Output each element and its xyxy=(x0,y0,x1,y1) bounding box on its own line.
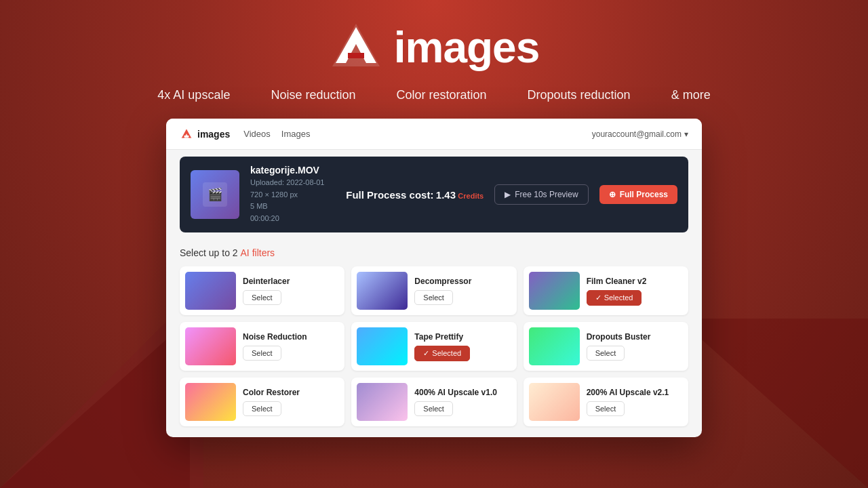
filter-card: Color RestorerSelect xyxy=(180,378,344,426)
filter-content: Tape Prettify✓ Selected xyxy=(414,332,511,361)
file-thumbnail: 🎬 xyxy=(191,170,239,219)
filter-content: Film Cleaner v2✓ Selected xyxy=(587,277,683,306)
feature-noise: Noise reduction xyxy=(271,88,355,102)
app-logo-text: images xyxy=(197,129,230,140)
filter-thumbnail xyxy=(357,327,408,365)
filter-select-button[interactable]: Select xyxy=(414,290,453,305)
filter-card: DeinterlacerSelect xyxy=(180,266,344,315)
process-label: Full Process xyxy=(620,190,668,199)
app-nav: Videos Images xyxy=(243,126,592,142)
filters-title-text: Select up to 2 xyxy=(180,247,238,258)
user-email: youraccount@gmail.com xyxy=(592,129,682,139)
app-user[interactable]: youraccount@gmail.com ▾ xyxy=(592,129,688,139)
cost-label: Full Process cost: xyxy=(346,189,433,201)
svg-rect-0 xyxy=(184,136,189,137)
feature-dropouts: Dropouts reduction xyxy=(528,88,631,102)
filter-content: 200% AI Upscale v2.1Select xyxy=(587,388,683,416)
filter-content: Noise ReductionSelect xyxy=(243,332,339,361)
filters-grid: DeinterlacerSelectDecompressorSelectFilm… xyxy=(180,266,688,426)
filter-thumbnail xyxy=(185,327,236,365)
feature-upscale: 4x AI upscale xyxy=(157,88,230,102)
app-window: images Videos Images youraccount@gmail.c… xyxy=(166,119,702,437)
filter-name: Film Cleaner v2 xyxy=(587,277,683,286)
filter-select-button[interactable]: Select xyxy=(243,346,281,361)
hero-logo: images xyxy=(329,20,540,75)
file-size: 5 MB xyxy=(250,201,335,213)
filter-card: Dropouts BusterSelect xyxy=(524,322,688,371)
filter-thumbnail xyxy=(357,383,408,421)
logo-icon xyxy=(329,20,383,75)
filter-card: DecompressorSelect xyxy=(351,266,516,315)
filter-content: DecompressorSelect xyxy=(414,277,511,305)
feature-more: & more xyxy=(671,88,711,102)
filter-select-button[interactable]: Select xyxy=(243,290,281,305)
filter-card: Noise ReductionSelect xyxy=(180,322,344,371)
filter-select-button[interactable]: Select xyxy=(414,401,453,416)
file-cost: Full Process cost: 1.43 Credits xyxy=(346,189,484,201)
filter-content: DeinterlacerSelect xyxy=(243,277,339,305)
preview-button[interactable]: ▶ Free 10s Preview xyxy=(494,184,588,205)
filter-card: 400% AI Upscale v1.0Select xyxy=(351,378,516,426)
filter-name: Deinterlacer xyxy=(243,277,339,286)
svg-text:🎬: 🎬 xyxy=(208,187,223,202)
file-thumb-icon: 🎬 xyxy=(201,181,229,208)
filter-content: Dropouts BusterSelect xyxy=(587,332,683,361)
filter-select-button[interactable]: Select xyxy=(587,346,625,361)
features-row: 4x AI upscale Noise reduction Color rest… xyxy=(157,88,710,102)
filter-name: Noise Reduction xyxy=(243,332,339,342)
ai-filters-link[interactable]: AI filters xyxy=(241,247,275,258)
filter-thumbnail xyxy=(357,272,408,310)
filters-section: Select up to 2 AI filters DeinterlacerSe… xyxy=(166,239,702,437)
file-duration: 00:00:20 xyxy=(250,213,335,225)
filter-select-button[interactable]: Select xyxy=(243,401,281,416)
file-meta: Uploaded: 2022-08-01 488 × 868 px 5 MB … xyxy=(250,177,335,224)
user-dropdown-icon: ▾ xyxy=(684,129,688,139)
cost-unit: Credits xyxy=(458,192,484,200)
filter-name: Dropouts Buster xyxy=(587,332,683,342)
file-name: kategorije.MOV xyxy=(250,165,335,176)
filter-card: Film Cleaner v2✓ Selected xyxy=(524,266,688,315)
filter-select-button[interactable]: ✓ Selected xyxy=(587,290,642,306)
filter-name: Tape Prettify xyxy=(414,332,511,342)
hero-logo-text: images xyxy=(394,22,540,73)
process-icon: ⊕ xyxy=(609,190,616,199)
app-logo: images xyxy=(180,127,230,141)
nav-images[interactable]: Images xyxy=(281,126,311,142)
filter-select-button[interactable]: Select xyxy=(587,401,625,416)
filter-thumbnail xyxy=(529,272,580,310)
filter-name: 400% AI Upscale v1.0 xyxy=(414,388,511,397)
file-bar: 🎬 kategorije.MOV Uploaded: 2022-08-01 72… xyxy=(180,157,688,232)
cost-value: 1.43 xyxy=(436,189,456,201)
preview-icon: ▶ xyxy=(505,190,511,199)
filter-card: 200% AI Upscale v2.1Select xyxy=(524,378,688,426)
preview-label: Free 10s Preview xyxy=(515,190,578,199)
filter-name: Decompressor xyxy=(414,277,511,286)
filter-name: Color Restorer xyxy=(243,388,339,397)
nav-videos[interactable]: Videos xyxy=(243,126,271,142)
app-header: images Videos Images youraccount@gmail.c… xyxy=(166,119,702,150)
filter-thumbnail xyxy=(529,383,580,421)
filter-name: 200% AI Upscale v2.1 xyxy=(587,388,683,397)
filter-content: Color RestorerSelect xyxy=(243,388,339,416)
file-dimensions: 488 × 868 px xyxy=(250,189,335,201)
filter-card: Tape Prettify✓ Selected xyxy=(351,322,516,371)
filter-select-button[interactable]: ✓ Selected xyxy=(414,346,470,361)
file-uploaded: Uploaded: 2022-08-01 xyxy=(250,177,335,189)
file-info: kategorije.MOV Uploaded: 2022-08-01 720 … xyxy=(250,165,335,224)
filter-thumbnail xyxy=(185,272,236,310)
feature-color: Color restoration xyxy=(396,88,486,102)
filter-thumbnail xyxy=(185,383,236,421)
app-logo-icon xyxy=(180,127,193,141)
process-button[interactable]: ⊕ Full Process xyxy=(599,185,677,204)
filters-title: Select up to 2 AI filters xyxy=(180,247,688,258)
file-actions: Full Process cost: 1.43 Credits ▶ Free 1… xyxy=(346,184,677,205)
filter-thumbnail xyxy=(529,327,580,365)
filter-content: 400% AI Upscale v1.0Select xyxy=(414,388,511,416)
